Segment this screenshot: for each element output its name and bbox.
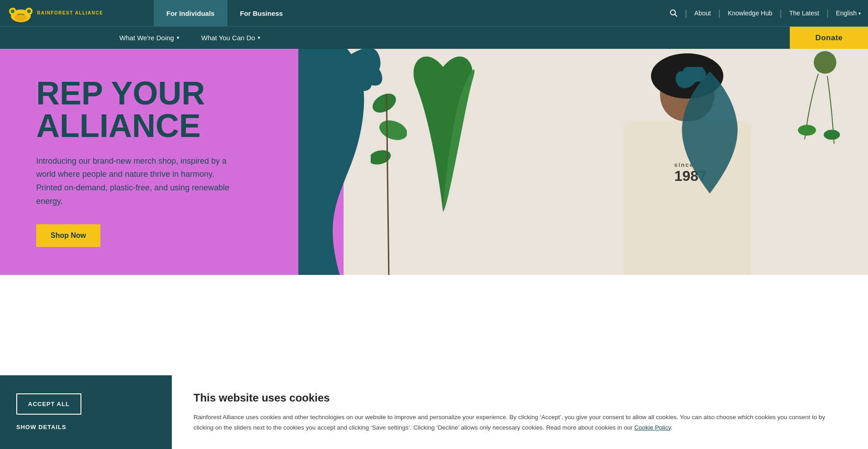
- svg-point-3: [11, 9, 14, 13]
- about-link[interactable]: About: [687, 9, 718, 17]
- what-you-can-do-nav[interactable]: What You Can Do ▾: [190, 27, 271, 49]
- the-latest-link[interactable]: The Latest: [782, 9, 826, 17]
- shop-now-button[interactable]: Shop Now: [36, 224, 100, 247]
- top-nav-right: | About | Knowledge Hub | The Latest | E…: [662, 0, 868, 26]
- secondary-navigation: What We're Doing ▾ What You Can Do ▾ Don…: [0, 26, 868, 49]
- hero-title: REP YOUR ALLIANCE: [36, 77, 307, 142]
- frog-logo-icon: [9, 3, 33, 23]
- brand-name: RAINFOREST ALLIANCE: [37, 10, 103, 16]
- knowledge-hub-link[interactable]: Knowledge Hub: [721, 9, 780, 17]
- language-selector[interactable]: English ▾: [829, 9, 868, 17]
- hero-subtitle: Introducing our brand-new merch shop, in…: [36, 155, 235, 208]
- donate-button[interactable]: Donate: [790, 27, 868, 49]
- hero-right-panel: since 1987: [344, 49, 868, 275]
- search-button[interactable]: [662, 9, 685, 17]
- logo-area[interactable]: RAINFOREST ALLIANCE: [0, 0, 154, 26]
- search-icon: [670, 9, 678, 17]
- what-were-doing-nav[interactable]: What We're Doing ▾: [108, 27, 190, 49]
- for-individuals-tab[interactable]: For Individuals: [154, 0, 227, 26]
- person-image: since 1987: [552, 53, 823, 275]
- chevron-down-icon-1: ▾: [177, 35, 179, 41]
- svg-line-7: [675, 14, 677, 17]
- chevron-down-icon: ▾: [859, 11, 861, 16]
- hero-section: REP YOUR ALLIANCE Introducing our brand-…: [0, 49, 868, 275]
- hero-left-panel: REP YOUR ALLIANCE Introducing our brand-…: [0, 49, 344, 275]
- top-navigation: RAINFOREST ALLIANCE For Individuals For …: [0, 0, 868, 26]
- chevron-down-icon-2: ▾: [258, 35, 260, 41]
- for-business-tab[interactable]: For Business: [227, 0, 296, 26]
- svg-point-5: [14, 14, 27, 21]
- svg-point-4: [27, 9, 31, 13]
